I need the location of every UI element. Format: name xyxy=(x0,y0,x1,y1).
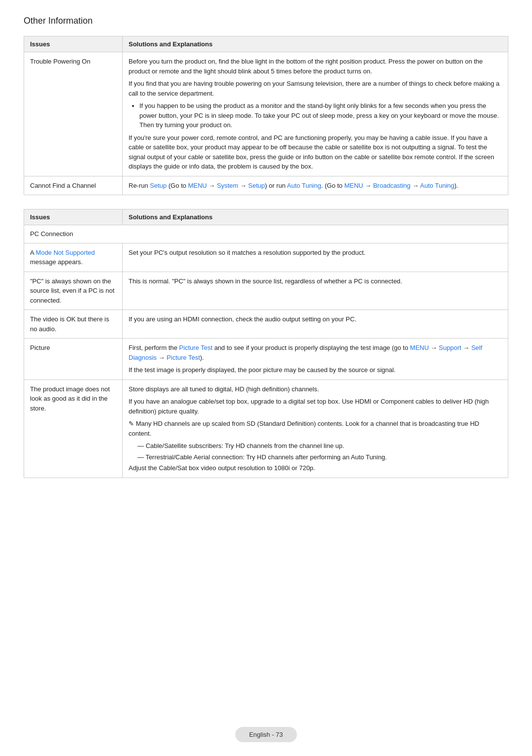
solution-no-audio: If you are using an HDMI connection, che… xyxy=(123,310,508,339)
link-mode-not-supported[interactable]: Mode Not Supported xyxy=(36,249,95,256)
solution-text: ). xyxy=(200,354,204,361)
solution-picture: First, perform the Picture Test and to s… xyxy=(123,339,508,380)
pencil-text: Many HD channels are up scaled from SD (… xyxy=(129,420,479,437)
table1-col1-header: Issues xyxy=(24,36,123,52)
pc-connection-row: PC Connection xyxy=(24,225,508,243)
table-row: "PC" is always shown on the source list,… xyxy=(24,272,508,310)
table-row: The product image does not look as good … xyxy=(24,379,508,478)
solution-text: First, perform the xyxy=(129,344,179,351)
solution-text: ) or run xyxy=(265,182,287,189)
table-row: Picture First, perform the Picture Test … xyxy=(24,339,508,380)
issue-text: A xyxy=(30,249,36,256)
solution-para-1: Before you turn the product on, find the… xyxy=(129,57,502,76)
issue-pc-always-shown: "PC" is always shown on the source list,… xyxy=(24,272,123,310)
link-setup[interactable]: Setup xyxy=(150,182,166,189)
solution-text: . (Go to xyxy=(321,182,344,189)
solution-product-image: Store displays are all tuned to digital,… xyxy=(123,379,508,478)
link-system[interactable]: System xyxy=(217,182,238,189)
solution-bullet-list: If you happen to be using the product as… xyxy=(129,101,502,130)
issue-trouble-powering: Trouble Powering On xyxy=(24,52,123,176)
pencil-icon: ✎ xyxy=(129,420,136,427)
issue-mode-not-supported: A Mode Not Supported message appears. xyxy=(24,243,123,272)
link-menu3[interactable]: MENU xyxy=(410,344,429,351)
table-2: Issues Solutions and Explanations PC Con… xyxy=(24,209,508,478)
solution-pc-always-shown: This is normal. "PC" is always shown in … xyxy=(123,272,508,310)
arrow: → xyxy=(207,182,217,189)
solution-mode-not-supported: Set your PC's output resolution so it ma… xyxy=(123,243,508,272)
arrow: → xyxy=(461,344,471,351)
link-autotuning2[interactable]: Auto Tuning xyxy=(420,182,454,189)
list-item: Terrestrial/Cable Aerial connection: Try… xyxy=(137,452,502,462)
table1-col2-header: Solutions and Explanations xyxy=(123,36,508,52)
table2-col1-header: Issues xyxy=(24,209,123,225)
link-support[interactable]: Support xyxy=(439,344,462,351)
solution-para-last: If the test image is properly displayed,… xyxy=(129,365,502,375)
solution-cannot-find-channel: Re-run Setup (Go to MENU → System → Setu… xyxy=(123,176,508,195)
dash-list: Cable/Satellite subscribers: Try HD chan… xyxy=(129,441,502,462)
table2-col2-header: Solutions and Explanations xyxy=(123,209,508,225)
table-row: Cannot Find a Channel Re-run Setup (Go t… xyxy=(24,176,508,195)
link-setup2[interactable]: Setup xyxy=(248,182,265,189)
solution-p2: If you have an analogue cable/set top bo… xyxy=(129,397,502,416)
table-row: Trouble Powering On Before you turn the … xyxy=(24,52,508,176)
issue-product-image: The product image does not look as good … xyxy=(24,379,123,478)
solution-para: First, perform the Picture Test and to s… xyxy=(129,343,502,362)
issue-no-audio: The video is OK but there is no audio. xyxy=(24,310,123,339)
list-item: If you happen to be using the product as… xyxy=(139,101,502,130)
table-row: A Mode Not Supported message appears. Se… xyxy=(24,243,508,272)
issue-cannot-find-channel: Cannot Find a Channel xyxy=(24,176,123,195)
arrow: → xyxy=(410,182,420,189)
solution-trouble-powering: Before you turn the product on, find the… xyxy=(123,52,508,176)
list-item: Cable/Satellite subscribers: Try HD chan… xyxy=(137,441,502,451)
arrow: → xyxy=(363,182,373,189)
issue-picture: Picture xyxy=(24,339,123,380)
solution-text: ). xyxy=(454,182,458,189)
solution-text: Re-run xyxy=(129,182,150,189)
solution-last: Adjust the Cable/Sat box video output re… xyxy=(129,463,502,473)
link-menu[interactable]: MENU xyxy=(188,182,207,189)
link-broadcasting[interactable]: Broadcasting xyxy=(373,182,410,189)
solution-p1: Store displays are all tuned to digital,… xyxy=(129,384,502,394)
page-title: Other Information xyxy=(24,16,508,26)
link-autotuning[interactable]: Auto Tuning xyxy=(287,182,321,189)
solution-para-2: If you find that you are having trouble … xyxy=(129,79,502,98)
solution-text: and to see if your product is properly d… xyxy=(212,344,410,351)
arrow: → xyxy=(238,182,248,189)
pc-connection-label: PC Connection xyxy=(24,225,508,243)
page-footer: English - 73 xyxy=(235,727,297,742)
pencil-note: ✎ Many HD channels are up scaled from SD… xyxy=(129,419,502,438)
table-1: Issues Solutions and Explanations Troubl… xyxy=(24,36,508,195)
solution-para-3: If you're sure your power cord, remote c… xyxy=(129,133,502,172)
arrow: → xyxy=(157,354,166,361)
link-menu2[interactable]: MENU xyxy=(344,182,363,189)
issue-text: message appears. xyxy=(30,258,83,266)
solution-text: (Go to xyxy=(166,182,188,189)
table-row: The video is OK but there is no audio. I… xyxy=(24,310,508,339)
arrow: → xyxy=(429,344,439,351)
link-picture-test[interactable]: Picture Test xyxy=(179,344,213,351)
link-picture-test2[interactable]: Picture Test xyxy=(166,354,200,361)
